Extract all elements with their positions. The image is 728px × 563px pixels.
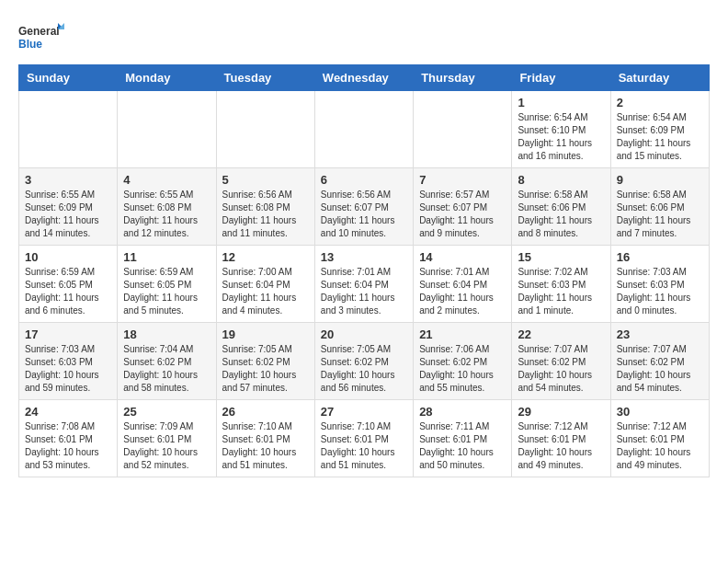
logo-svg: General Blue xyxy=(18,18,64,55)
calendar-cell xyxy=(19,91,118,168)
day-number: 19 xyxy=(222,327,309,341)
calendar-header-thursday: Thursday xyxy=(414,65,512,91)
calendar-cell: 4Sunrise: 6:55 AM Sunset: 6:08 PM Daylig… xyxy=(118,168,216,246)
day-number: 28 xyxy=(419,405,506,419)
page-header: General Blue xyxy=(18,18,710,55)
day-info: Sunrise: 7:07 AM Sunset: 6:02 PM Dayligh… xyxy=(518,343,604,395)
day-info: Sunrise: 6:56 AM Sunset: 6:07 PM Dayligh… xyxy=(321,189,407,240)
calendar-header-friday: Friday xyxy=(512,65,610,91)
calendar-cell: 1Sunrise: 6:54 AM Sunset: 6:10 PM Daylig… xyxy=(512,91,610,168)
calendar-week-3: 10Sunrise: 6:59 AM Sunset: 6:05 PM Dayli… xyxy=(19,246,710,323)
day-info: Sunrise: 7:12 AM Sunset: 6:01 PM Dayligh… xyxy=(518,420,604,472)
calendar-cell: 12Sunrise: 7:00 AM Sunset: 6:04 PM Dayli… xyxy=(216,246,314,323)
calendar-cell: 11Sunrise: 6:59 AM Sunset: 6:05 PM Dayli… xyxy=(118,246,216,323)
day-number: 20 xyxy=(321,327,407,341)
calendar-cell: 16Sunrise: 7:03 AM Sunset: 6:03 PM Dayli… xyxy=(610,246,709,323)
calendar-week-4: 17Sunrise: 7:03 AM Sunset: 6:03 PM Dayli… xyxy=(19,323,710,400)
day-number: 25 xyxy=(123,405,210,419)
calendar-cell: 6Sunrise: 6:56 AM Sunset: 6:07 PM Daylig… xyxy=(314,168,413,246)
day-info: Sunrise: 7:09 AM Sunset: 6:01 PM Dayligh… xyxy=(123,420,210,472)
day-info: Sunrise: 7:03 AM Sunset: 6:03 PM Dayligh… xyxy=(617,266,703,317)
day-number: 29 xyxy=(518,405,604,419)
day-info: Sunrise: 6:54 AM Sunset: 6:09 PM Dayligh… xyxy=(617,111,703,163)
day-number: 16 xyxy=(617,250,703,264)
calendar-cell: 26Sunrise: 7:10 AM Sunset: 6:01 PM Dayli… xyxy=(216,400,314,477)
day-number: 13 xyxy=(321,250,407,264)
day-info: Sunrise: 7:00 AM Sunset: 6:04 PM Dayligh… xyxy=(222,266,309,317)
day-number: 9 xyxy=(617,173,703,187)
calendar-cell: 9Sunrise: 6:58 AM Sunset: 6:06 PM Daylig… xyxy=(610,168,709,246)
calendar-cell: 15Sunrise: 7:02 AM Sunset: 6:03 PM Dayli… xyxy=(512,246,610,323)
day-number: 18 xyxy=(123,327,210,341)
day-info: Sunrise: 6:56 AM Sunset: 6:08 PM Dayligh… xyxy=(222,189,309,240)
calendar-header-sunday: Sunday xyxy=(19,65,118,91)
calendar-cell: 29Sunrise: 7:12 AM Sunset: 6:01 PM Dayli… xyxy=(512,400,610,477)
day-info: Sunrise: 6:58 AM Sunset: 6:06 PM Dayligh… xyxy=(617,189,703,240)
calendar-header-saturday: Saturday xyxy=(610,65,709,91)
calendar-cell: 23Sunrise: 7:07 AM Sunset: 6:02 PM Dayli… xyxy=(610,323,709,400)
day-number: 8 xyxy=(518,173,604,187)
day-info: Sunrise: 7:01 AM Sunset: 6:04 PM Dayligh… xyxy=(419,266,506,317)
day-number: 24 xyxy=(25,405,111,419)
day-number: 30 xyxy=(617,405,703,419)
day-info: Sunrise: 6:55 AM Sunset: 6:08 PM Dayligh… xyxy=(123,189,210,240)
calendar-cell: 28Sunrise: 7:11 AM Sunset: 6:01 PM Dayli… xyxy=(414,400,512,477)
day-info: Sunrise: 7:12 AM Sunset: 6:01 PM Dayligh… xyxy=(617,420,703,472)
calendar-table: SundayMondayTuesdayWednesdayThursdayFrid… xyxy=(18,64,710,477)
day-info: Sunrise: 6:59 AM Sunset: 6:05 PM Dayligh… xyxy=(123,266,210,317)
calendar-cell: 30Sunrise: 7:12 AM Sunset: 6:01 PM Dayli… xyxy=(610,400,709,477)
calendar-header-tuesday: Tuesday xyxy=(216,65,314,91)
day-info: Sunrise: 7:01 AM Sunset: 6:04 PM Dayligh… xyxy=(321,266,407,317)
day-number: 5 xyxy=(222,173,309,187)
day-number: 17 xyxy=(25,327,111,341)
day-number: 4 xyxy=(123,173,210,187)
day-number: 22 xyxy=(518,327,604,341)
calendar-cell: 18Sunrise: 7:04 AM Sunset: 6:02 PM Dayli… xyxy=(118,323,216,400)
day-info: Sunrise: 7:10 AM Sunset: 6:01 PM Dayligh… xyxy=(321,420,407,472)
day-number: 10 xyxy=(25,250,111,264)
day-info: Sunrise: 7:10 AM Sunset: 6:01 PM Dayligh… xyxy=(222,420,309,472)
day-number: 26 xyxy=(222,405,309,419)
day-number: 7 xyxy=(419,173,506,187)
day-number: 2 xyxy=(617,96,703,109)
day-number: 3 xyxy=(25,173,111,187)
calendar-cell xyxy=(118,91,216,168)
calendar-cell: 24Sunrise: 7:08 AM Sunset: 6:01 PM Dayli… xyxy=(19,400,118,477)
calendar-cell: 27Sunrise: 7:10 AM Sunset: 6:01 PM Dayli… xyxy=(314,400,413,477)
day-number: 14 xyxy=(419,250,506,264)
calendar-cell: 25Sunrise: 7:09 AM Sunset: 6:01 PM Dayli… xyxy=(118,400,216,477)
day-info: Sunrise: 6:54 AM Sunset: 6:10 PM Dayligh… xyxy=(518,111,604,163)
day-number: 11 xyxy=(123,250,210,264)
calendar-header-wednesday: Wednesday xyxy=(314,65,413,91)
day-info: Sunrise: 7:11 AM Sunset: 6:01 PM Dayligh… xyxy=(419,420,506,472)
calendar-cell: 2Sunrise: 6:54 AM Sunset: 6:09 PM Daylig… xyxy=(610,91,709,168)
day-number: 27 xyxy=(321,405,407,419)
svg-text:General: General xyxy=(18,25,60,38)
day-info: Sunrise: 7:07 AM Sunset: 6:02 PM Dayligh… xyxy=(617,343,703,395)
day-info: Sunrise: 6:55 AM Sunset: 6:09 PM Dayligh… xyxy=(25,189,111,240)
day-number: 12 xyxy=(222,250,309,264)
day-info: Sunrise: 6:59 AM Sunset: 6:05 PM Dayligh… xyxy=(25,266,111,317)
calendar-cell: 13Sunrise: 7:01 AM Sunset: 6:04 PM Dayli… xyxy=(314,246,413,323)
calendar-cell: 10Sunrise: 6:59 AM Sunset: 6:05 PM Dayli… xyxy=(19,246,118,323)
day-info: Sunrise: 7:06 AM Sunset: 6:02 PM Dayligh… xyxy=(419,343,506,395)
day-number: 6 xyxy=(321,173,407,187)
calendar-header-monday: Monday xyxy=(118,65,216,91)
day-number: 1 xyxy=(518,96,604,109)
calendar-header-row: SundayMondayTuesdayWednesdayThursdayFrid… xyxy=(19,65,710,91)
logo: General Blue xyxy=(18,18,64,55)
calendar-cell: 3Sunrise: 6:55 AM Sunset: 6:09 PM Daylig… xyxy=(19,168,118,246)
day-number: 21 xyxy=(419,327,506,341)
day-info: Sunrise: 6:57 AM Sunset: 6:07 PM Dayligh… xyxy=(419,189,506,240)
calendar-cell: 22Sunrise: 7:07 AM Sunset: 6:02 PM Dayli… xyxy=(512,323,610,400)
calendar-cell: 5Sunrise: 6:56 AM Sunset: 6:08 PM Daylig… xyxy=(216,168,314,246)
calendar-cell xyxy=(314,91,413,168)
calendar-week-1: 1Sunrise: 6:54 AM Sunset: 6:10 PM Daylig… xyxy=(19,91,710,168)
day-number: 23 xyxy=(617,327,703,341)
svg-text:Blue: Blue xyxy=(18,38,42,51)
calendar-cell: 7Sunrise: 6:57 AM Sunset: 6:07 PM Daylig… xyxy=(414,168,512,246)
calendar-cell: 19Sunrise: 7:05 AM Sunset: 6:02 PM Dayli… xyxy=(216,323,314,400)
calendar-cell: 14Sunrise: 7:01 AM Sunset: 6:04 PM Dayli… xyxy=(414,246,512,323)
calendar-cell: 20Sunrise: 7:05 AM Sunset: 6:02 PM Dayli… xyxy=(314,323,413,400)
calendar-cell: 21Sunrise: 7:06 AM Sunset: 6:02 PM Dayli… xyxy=(414,323,512,400)
